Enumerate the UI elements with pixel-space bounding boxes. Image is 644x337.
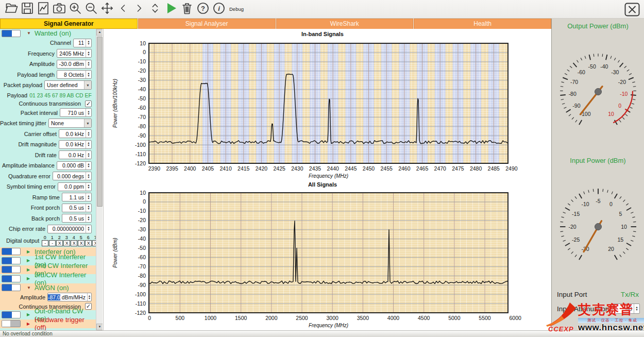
expand-arrow-icon[interactable]: ▶ xyxy=(27,276,31,281)
sidebar-scrollbar[interactable]: ▲ ▼ xyxy=(96,29,103,330)
toggle-out-of-band-cw-on[interactable] xyxy=(2,311,21,318)
expand-arrow-icon[interactable]: ▶ xyxy=(27,249,31,254)
svg-text:-80: -80 xyxy=(569,91,577,97)
spinner-buttons[interactable]: ▲▼ xyxy=(86,49,91,57)
amplitude-row: Amplitude-87.0 dBm/MHz▲▼ xyxy=(0,292,96,303)
svg-text:2400: 2400 xyxy=(184,165,196,172)
tab-wireshark[interactable]: WireShark xyxy=(276,19,414,29)
amplitude-imbalance-field[interactable]: 0.000 dB▲▼ xyxy=(57,161,92,170)
info-button[interactable]: i xyxy=(211,1,227,18)
help-button[interactable]: ? xyxy=(195,1,211,18)
front-porch-field[interactable]: 0.5 us▲▼ xyxy=(62,204,92,212)
continuous-transmission-checkbox[interactable]: ✓ xyxy=(85,100,92,107)
spinner-buttons[interactable]: ▲▼ xyxy=(86,130,91,138)
bit-cell[interactable]: X xyxy=(78,240,84,246)
spinner-buttons[interactable]: ▲▼ xyxy=(86,71,91,78)
spinner-buttons[interactable]: ▲▼ xyxy=(86,60,91,68)
toggle-3rd-cw-interferer-on[interactable] xyxy=(2,275,21,282)
toggle-1st-cw-interferer-on[interactable] xyxy=(2,257,21,264)
delete-button[interactable] xyxy=(179,1,195,18)
scroll-up-button[interactable]: ▲ xyxy=(96,29,103,36)
ramp-time-field[interactable]: 1.1 us▲▼ xyxy=(62,193,92,201)
spinner-buttons[interactable]: ▲▼ xyxy=(86,39,91,47)
back-porch-field[interactable]: 0.5 us▲▼ xyxy=(62,214,92,223)
scroll-down-button[interactable]: ▼ xyxy=(96,324,103,330)
frequency-field[interactable]: 2405 MHz▲▼ xyxy=(57,49,92,58)
expand-arrow-icon[interactable]: ▶ xyxy=(27,258,31,263)
input-attenuation-value[interactable]: dB xyxy=(613,306,634,312)
payload-length-field[interactable]: 8 Octets▲▼ xyxy=(57,70,92,79)
spinner-buttons[interactable]: ▲▼ xyxy=(634,304,639,313)
dropdown-arrow-icon[interactable]: ▼ xyxy=(84,119,91,127)
spinner-buttons[interactable]: ▲▼ xyxy=(86,141,91,148)
bit-cell[interactable]: X xyxy=(56,240,63,246)
toggle-wanted-on[interactable] xyxy=(2,30,21,37)
toggle-awgn-on[interactable] xyxy=(2,284,21,291)
carrier-offset-field[interactable]: 0.0 kHz▲▼ xyxy=(59,129,92,138)
spinner-buttons[interactable]: ▲▼ xyxy=(87,293,91,301)
toggle-2nd-cw-interferer-on[interactable] xyxy=(2,266,21,273)
packet-interval-field[interactable]: 710 us▲▼ xyxy=(60,108,92,117)
tab-signal-analyser[interactable]: Signal Analyser xyxy=(138,19,276,29)
svg-text:0: 0 xyxy=(143,198,146,205)
run-button[interactable] xyxy=(163,1,179,18)
chip-error-rate-field[interactable]: 0.000000000▲▼ xyxy=(47,225,92,233)
spinner-buttons[interactable]: ▲▼ xyxy=(86,172,91,180)
nav-right-button[interactable] xyxy=(131,1,147,18)
svg-text:-80: -80 xyxy=(138,123,146,129)
save-button[interactable] xyxy=(19,1,35,18)
amplitude-field[interactable]: -30.0 dBm▲▼ xyxy=(57,60,92,69)
symbol-timing-error-field[interactable]: 0.0 ppm▲▼ xyxy=(58,182,92,191)
collapse-arrow-icon[interactable]: ▼ xyxy=(27,31,31,36)
report-button[interactable] xyxy=(35,1,51,18)
spinner-buttons[interactable]: ▲▼ xyxy=(86,183,91,191)
bit-cell[interactable]: X xyxy=(63,240,70,246)
drift-rate-field[interactable]: 0.0 Hz▲▼ xyxy=(59,150,92,159)
close-button[interactable] xyxy=(624,3,640,16)
input-port-value[interactable]: Tx/Rx xyxy=(621,291,639,298)
expand-arrow-icon[interactable]: ▶ xyxy=(27,267,31,272)
zoom-out-button[interactable] xyxy=(83,1,99,18)
expand-arrow-icon[interactable]: ▶ xyxy=(27,312,31,317)
spinner-buttons[interactable]: ▲▼ xyxy=(86,109,91,116)
svg-text:10: 10 xyxy=(140,190,146,196)
svg-text:-50: -50 xyxy=(588,63,596,70)
svg-text:0: 0 xyxy=(143,49,146,55)
dropdown-arrow-icon[interactable]: ▼ xyxy=(84,81,91,89)
channel-field[interactable]: 11▲▼ xyxy=(73,39,92,47)
toggle-interferer-on[interactable] xyxy=(2,248,21,255)
zoom-in-button[interactable] xyxy=(67,1,83,18)
nav-left-button[interactable] xyxy=(115,1,131,18)
spinner-buttons[interactable]: ▲▼ xyxy=(86,225,91,233)
toggle-hardware-trigger-off[interactable] xyxy=(2,320,21,327)
spinner-buttons[interactable]: ▲▼ xyxy=(86,162,91,170)
spinner-buttons[interactable]: ▲▼ xyxy=(86,214,91,222)
svg-text:2000: 2000 xyxy=(265,315,278,321)
bit-cell[interactable]: X xyxy=(71,240,77,246)
scrollbar-thumb[interactable] xyxy=(97,37,103,207)
field-value: -30.0 dBm xyxy=(57,61,86,67)
bit-cell[interactable]: X xyxy=(85,240,92,246)
drift-magnitude-field[interactable]: 0.0 kHz▲▼ xyxy=(59,140,92,149)
nav-updown-button[interactable] xyxy=(147,1,163,18)
tab-health[interactable]: Health xyxy=(414,19,551,29)
bit-cell[interactable]: - xyxy=(49,240,56,246)
svg-text:2475: 2475 xyxy=(452,165,464,172)
input-attenuation-field[interactable]: dB ▲▼ xyxy=(612,304,640,314)
snapshot-button[interactable] xyxy=(51,1,67,18)
tab-signal-generator[interactable]: Signal Generator xyxy=(0,19,138,29)
spinner-buttons[interactable]: ▲▼ xyxy=(86,193,91,201)
packet-timing-jitter-dropdown[interactable]: None▼ xyxy=(48,119,92,128)
amplitude-field[interactable]: -87.0 dBm/MHz▲▼ xyxy=(47,293,92,301)
spinner-buttons[interactable]: ▲▼ xyxy=(86,151,91,159)
collapse-arrow-icon[interactable]: ▼ xyxy=(27,285,31,290)
expand-arrow-icon[interactable]: ▶ xyxy=(27,322,31,326)
open-button[interactable] xyxy=(3,1,19,18)
quadrature-error-field[interactable]: 0.000 degs▲▼ xyxy=(53,172,92,180)
pan-button[interactable] xyxy=(99,1,115,18)
svg-text:-25: -25 xyxy=(572,237,580,243)
section-header-hardware-trigger-off: ▶Hardware trigger (off) xyxy=(0,319,96,329)
bit-cell[interactable]: - xyxy=(42,240,48,246)
spinner-buttons[interactable]: ▲▼ xyxy=(86,204,91,212)
packet-payload-dropdown[interactable]: User defined▼ xyxy=(44,80,92,90)
